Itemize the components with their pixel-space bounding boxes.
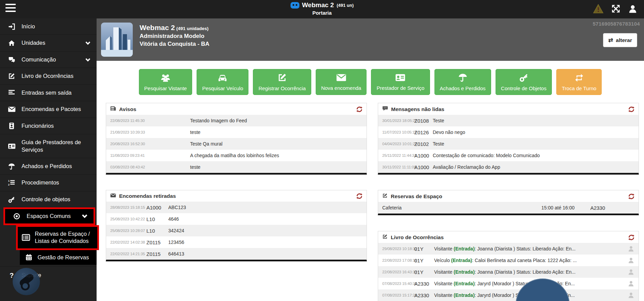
table-row[interactable]: 04/04/2023 10:01:24Z0102Teste <box>378 138 639 150</box>
row-code: 4646 <box>168 216 362 222</box>
sidebar-subitem-gestao-reservas[interactable]: Gestão de Reservas <box>20 250 97 265</box>
refresh-icon[interactable] <box>628 193 634 200</box>
sidebar-item-inicio[interactable]: Início <box>0 18 97 35</box>
action-troca-turno[interactable]: Troca de Turno <box>556 69 602 95</box>
table-row[interactable]: 07/08/2023 15:40:30 A2330 Visitante (Ent… <box>378 278 639 289</box>
row-type: Visitante <box>434 246 454 251</box>
person-icon[interactable] <box>628 245 634 252</box>
row-date: 22/08/2023 11:45:30 <box>110 119 187 123</box>
umbrella-icon <box>8 163 16 170</box>
action-nova-encomenda[interactable]: Nova encomenda <box>316 69 367 95</box>
refresh-icon[interactable] <box>356 193 362 199</box>
edit-icon <box>382 193 388 200</box>
topbar-title-block: Webmac 2 (491 un) Portaria <box>290 1 354 16</box>
action-label: Controle de Objetos <box>501 85 546 91</box>
table-row[interactable]: 30/11/2022 11:11:09A1000Avaliação / Recl… <box>378 161 639 173</box>
action-achados-perdidos[interactable]: Achados e Perdidos <box>434 69 491 95</box>
person-icon[interactable] <box>628 280 634 287</box>
sidebar-item-label: Achados e Perdidos <box>22 163 72 170</box>
row-unit: 01Y <box>414 269 431 275</box>
sidebar-item-comunicacao[interactable]: Comunicação <box>0 51 97 68</box>
chevron-down-icon <box>85 41 90 45</box>
refresh-icon[interactable] <box>628 234 634 241</box>
row-unit: A1000 <box>414 153 430 159</box>
row-text: Contestação de comunicado: Modelo Comuni… <box>433 153 634 158</box>
menu-icon[interactable] <box>5 4 16 12</box>
sidebar-item-entradas-sem-saida[interactable]: Entradas sem saída <box>0 84 97 101</box>
chevron-down-icon <box>82 214 87 218</box>
row-text: Teste Qa mural <box>190 141 362 147</box>
user-icon[interactable] <box>628 4 637 13</box>
sidebar-subitem-reservas-espaco[interactable]: Reservas de Espaço / Listas de Convidado… <box>18 227 97 248</box>
refresh-icon[interactable] <box>356 106 362 112</box>
row-type: Visitante <box>434 292 454 298</box>
sidebar-item-funcionarios[interactable]: Funcionários <box>0 118 97 134</box>
dot-circle-icon <box>13 213 21 220</box>
sidebar-item-livro-ocorrencias[interactable]: Livro de Ocorrências <box>0 68 97 84</box>
table-row[interactable]: 25/08/2023 10:28:07L10342424 <box>106 225 367 236</box>
sidebar-item-label: Procedimentos <box>22 179 59 186</box>
entrada-tag: (Entrada) <box>454 246 474 251</box>
row-text: Teste <box>433 118 634 123</box>
row-text: Devo não nego <box>433 129 634 135</box>
table-row[interactable]: 11/08/2023 09:23:41A chegada da matilha … <box>106 150 367 161</box>
row-date: 11/07/2023 10:05:18 <box>382 130 412 134</box>
sidebar-item-unidades[interactable]: Unidades <box>0 35 97 51</box>
espacos-comuns-highlight: Espaços Comuns <box>3 207 95 225</box>
panel-title: Encomendas retiradas <box>119 193 176 199</box>
table-row[interactable]: 28/08/2023 15:18:15A1000ABC123 <box>106 202 367 213</box>
row-unit: 01Y <box>414 258 431 263</box>
table-row[interactable]: 22/08/2023 17:08:16 01Y Veículo (Entrada… <box>378 255 639 266</box>
row-date: 07/08/2023 15:17:28 <box>382 293 412 297</box>
change-property-button[interactable]: ⇄ alterar <box>603 33 637 47</box>
table-row[interactable]: 21/08/2023 10:39:33teste <box>106 126 367 138</box>
person-icon[interactable] <box>628 269 634 275</box>
action-registrar-ocorrencia[interactable]: Registrar Ocorrência <box>253 69 311 95</box>
action-controle-objetos[interactable]: Controle de Objetos <box>496 69 552 95</box>
action-label: Achados e Perdidos <box>440 85 486 91</box>
table-row[interactable]: 22/02/2022 14:02:38Z0115123456 <box>106 236 367 248</box>
row-code: ABC123 <box>168 205 362 210</box>
person-icon[interactable] <box>628 257 634 264</box>
table-row[interactable]: 22/08/2023 11:45:30Testando Imagem do Fe… <box>106 115 367 126</box>
sidebar-item-label: Início <box>22 23 35 30</box>
table-row[interactable]: 29/08/2023 10:18:32 01Y Visitante (Entra… <box>378 243 639 255</box>
table-row[interactable]: 07/08/2023 15:17:28 A2330 Visitante (Ent… <box>378 289 639 301</box>
sidebar-item-achados-perdidos[interactable]: Achados e Perdidos <box>0 158 97 174</box>
table-row[interactable]: Cafeteria 15:00 até 16:00 A2330 <box>378 202 639 214</box>
sidebar-item-label: Funcionários <box>22 122 54 129</box>
table-row[interactable]: 30/01/2023 18:05:29Z0108Teste <box>378 115 639 126</box>
dashboard-panels: Avisos 22/08/2023 11:45:30Testando Image… <box>106 103 639 301</box>
refresh-icon[interactable] <box>628 106 634 112</box>
action-label: Pesquisar Veículo <box>202 85 243 91</box>
sidebar-item-encomendas[interactable]: Encomendas e Pacotes <box>0 101 97 117</box>
person-icon[interactable] <box>628 292 634 299</box>
table-row[interactable]: 20/08/2023 16:52:30Teste Qa mural <box>106 138 367 150</box>
expand-icon[interactable] <box>612 4 620 13</box>
table-row[interactable]: 11/07/2023 10:05:18Z0126Devo não nego <box>378 126 639 138</box>
table-row[interactable]: 25/11/2022 11:44:31A1000Contestação de c… <box>378 150 639 161</box>
table-row[interactable]: 03/08/2023 08:43:42teste <box>106 161 367 173</box>
row-unit: A2330 <box>590 205 605 211</box>
action-pesquisar-veiculo[interactable]: Pesquisar Veículo <box>197 69 248 95</box>
support-chat-widget[interactable] <box>13 268 40 295</box>
sidebar-item-label: Comunicação <box>22 56 56 63</box>
alert-triangle-icon[interactable] <box>593 4 603 13</box>
row-type: Visitante <box>434 269 454 275</box>
app-root: Webmac 2 (491 un) Portaria Início Unidad… <box>0 0 644 301</box>
row-text: Testando Imagem do Feed <box>190 118 362 123</box>
table-row[interactable]: 25/08/2023 10:42:22L104646 <box>106 213 367 225</box>
table-row[interactable]: 22/08/2023 16:43:37 01Y Visitante (Entra… <box>378 266 639 278</box>
action-label: Troca de Turno <box>562 85 596 91</box>
table-row[interactable]: 22/02/2022 14:21:35Z0115646413 <box>106 248 367 260</box>
action-label: Prestador de Serviço <box>376 85 424 91</box>
envelope-icon <box>336 73 346 83</box>
sidebar-item-guia-prestadores[interactable]: Guia de Prestadores de Serviços <box>0 134 97 158</box>
sidebar-item-espacos-comuns[interactable]: Espaços Comuns <box>5 209 94 223</box>
key-icon <box>8 196 16 203</box>
action-prestador-servico[interactable]: Prestador de Serviço <box>371 69 430 95</box>
sidebar-item-controle-objetos[interactable]: Controle de objetos <box>0 191 97 207</box>
car-icon <box>217 73 228 83</box>
action-pesquisar-visitante[interactable]: Pesquisar Vistante <box>139 69 192 95</box>
sidebar-item-procedimentos[interactable]: 12 Procedimentos <box>0 174 97 191</box>
